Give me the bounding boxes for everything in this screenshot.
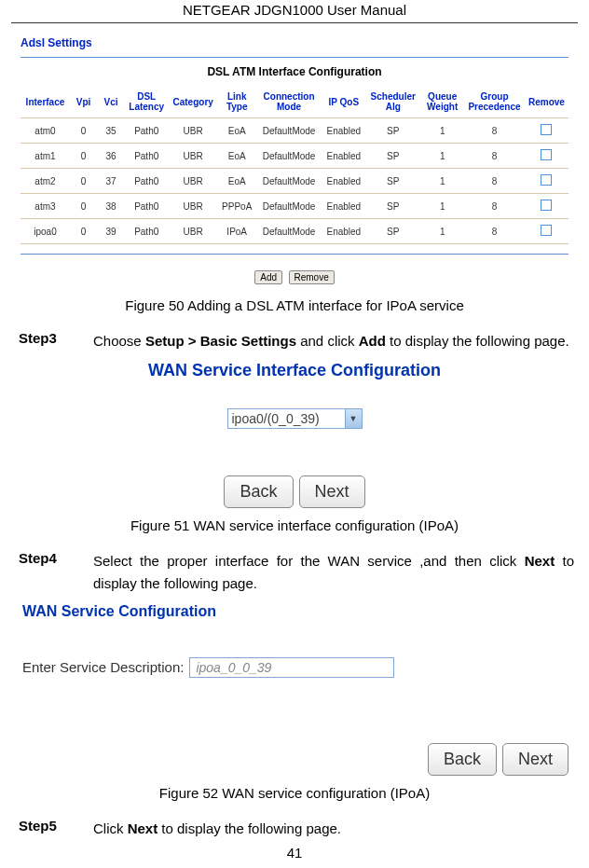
table-cell: SP	[365, 144, 420, 169]
table-cell: 1	[420, 194, 464, 219]
table-cell: Enabled	[322, 219, 365, 244]
table-row: atm3038Path0UBRPPPoADefaultModeEnabledSP…	[21, 194, 568, 219]
table-cell: 8	[464, 219, 525, 244]
table-cell: SP	[365, 118, 420, 144]
table-cell: DefaultMode	[256, 144, 322, 169]
table-cell: 1	[420, 144, 464, 169]
table-header-cell: Connection Mode	[256, 86, 322, 118]
table-cell: EoA	[218, 118, 256, 144]
remove-checkbox[interactable]	[541, 174, 552, 186]
atm-table-title: DSL ATM Interface Configuration	[0, 65, 589, 78]
divider	[21, 254, 568, 255]
service-description-label: Enter Service Description:	[22, 659, 184, 675]
page-number: 41	[0, 845, 589, 861]
table-cell: Enabled	[322, 118, 365, 144]
table-header-cell: Queue Weight	[420, 86, 464, 118]
table-row: atm1036Path0UBREoADefaultModeEnabledSP18	[21, 144, 568, 169]
step3-label: Step3	[19, 330, 93, 351]
table-cell: Enabled	[322, 194, 365, 219]
table-cell: 35	[97, 118, 124, 144]
table-cell: UBR	[169, 118, 218, 144]
add-button[interactable]: Add	[254, 270, 282, 284]
chevron-down-icon: ▼	[345, 409, 362, 428]
table-cell: PPPoA	[218, 194, 256, 219]
table-cell: SP	[365, 219, 420, 244]
interface-select[interactable]: ipoa0/(0_0_39) ▼	[227, 408, 363, 429]
figure-52-caption: Figure 52 WAN service configuration (IPo…	[0, 785, 589, 801]
atm-buttons: Add Remove	[0, 268, 589, 284]
table-row: atm0035Path0UBREoADefaultModeEnabledSP18	[21, 118, 568, 144]
table-cell: 8	[464, 144, 525, 169]
table-cell: UBR	[169, 194, 218, 219]
table-cell: atm2	[21, 169, 70, 194]
table-cell: 8	[464, 118, 525, 144]
table-cell: Enabled	[322, 169, 365, 194]
table-cell: UBR	[169, 169, 218, 194]
atm-table: InterfaceVpiVciDSL LatencyCategoryLink T…	[21, 86, 568, 244]
table-cell: DefaultMode	[256, 219, 322, 244]
table-cell: atm1	[21, 144, 70, 169]
service-description-input[interactable]	[189, 657, 394, 678]
next-button[interactable]: Next	[502, 743, 568, 776]
table-header-cell: Scheduler Alg	[365, 86, 420, 118]
table-cell: SP	[365, 194, 420, 219]
table-cell: 8	[464, 169, 525, 194]
table-cell: 1	[420, 219, 464, 244]
step5-text: Click Next to display the following page…	[93, 818, 574, 839]
table-cell: Enabled	[322, 144, 365, 169]
table-cell: DefaultMode	[256, 194, 322, 219]
remove-checkbox[interactable]	[541, 149, 552, 160]
adsl-settings-heading: Adsl Settings	[21, 36, 589, 49]
remove-checkbox[interactable]	[541, 200, 552, 211]
table-cell: 39	[97, 219, 124, 244]
table-cell: EoA	[218, 144, 256, 169]
wan-config-title: WAN Service Configuration	[22, 603, 589, 620]
table-cell: Path0	[125, 194, 169, 219]
table-cell: Path0	[125, 169, 169, 194]
table-cell: 0	[70, 118, 97, 144]
table-header-cell: IP QoS	[322, 86, 365, 118]
table-cell: atm3	[21, 194, 70, 219]
table-cell: ipoa0	[21, 219, 70, 244]
table-header-cell: Vci	[97, 86, 124, 118]
table-header-cell: Link Type	[218, 86, 256, 118]
table-cell: Path0	[125, 118, 169, 144]
table-cell: 1	[420, 118, 464, 144]
table-row: atm2037Path0UBREoADefaultModeEnabledSP18	[21, 169, 568, 194]
remove-checkbox[interactable]	[541, 225, 552, 236]
wan-interface-title: WAN Service Interface Configuration	[0, 361, 589, 380]
figure-51-caption: Figure 51 WAN service interface configur…	[0, 517, 589, 533]
table-cell: 36	[97, 144, 124, 169]
table-cell: SP	[365, 169, 420, 194]
table-header-cell: DSL Latency	[125, 86, 169, 118]
table-cell: IPoA	[218, 219, 256, 244]
table-cell: UBR	[169, 219, 218, 244]
table-cell: DefaultMode	[256, 118, 322, 144]
table-header-cell: Category	[169, 86, 218, 118]
table-cell: 37	[97, 169, 124, 194]
step4-text: Select the proper interface for the WAN …	[93, 550, 574, 594]
table-cell: 38	[97, 194, 124, 219]
table-cell: 8	[464, 194, 525, 219]
page-header: NETGEAR JDGN1000 User Manual	[11, 0, 578, 23]
table-header-row: InterfaceVpiVciDSL LatencyCategoryLink T…	[21, 86, 568, 118]
table-cell: atm0	[21, 118, 70, 144]
table-cell: 1	[420, 169, 464, 194]
step5-label: Step5	[19, 818, 93, 839]
table-cell: 0	[70, 219, 97, 244]
remove-checkbox[interactable]	[541, 124, 552, 135]
table-cell: 0	[70, 144, 97, 169]
step3-text: Choose Setup > Basic Settings and click …	[93, 330, 574, 351]
table-cell: UBR	[169, 144, 218, 169]
remove-button[interactable]: Remove	[289, 270, 335, 284]
back-button[interactable]: Back	[224, 475, 293, 508]
next-button[interactable]: Next	[299, 475, 365, 508]
table-cell: EoA	[218, 169, 256, 194]
table-cell: Path0	[125, 144, 169, 169]
back-button[interactable]: Back	[428, 743, 497, 776]
table-header-cell: Remove	[525, 86, 568, 118]
step4-label: Step4	[19, 550, 93, 594]
table-header-cell: Group Precedence	[464, 86, 525, 118]
table-header-cell: Interface	[21, 86, 70, 118]
interface-select-value: ipoa0/(0_0_39)	[228, 411, 345, 426]
